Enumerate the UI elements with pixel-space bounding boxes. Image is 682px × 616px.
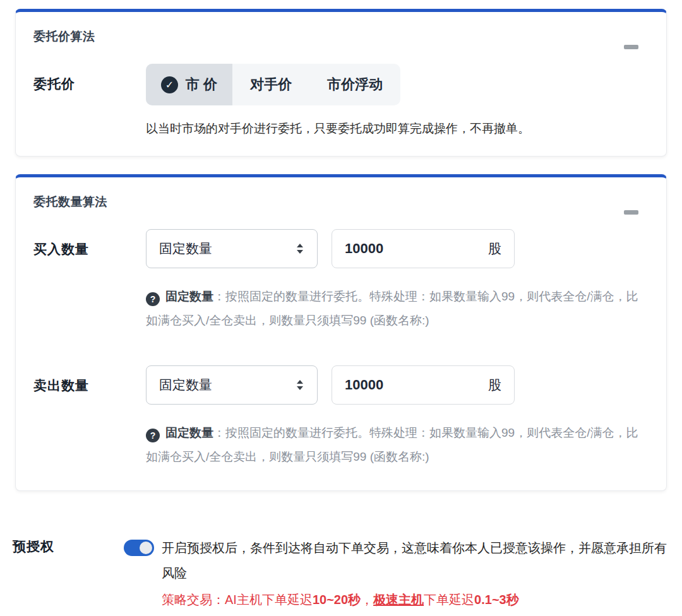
tab-label: 对手价 bbox=[250, 75, 292, 94]
check-circle-icon: ✓ bbox=[161, 76, 178, 93]
help-body: ：按照固定的数量进行委托。特殊处理：如果数量输入99，则代表全仓/满仓，比如满仓… bbox=[146, 426, 638, 463]
note-lead: 策略交易：AI主机下单延迟 bbox=[162, 593, 313, 607]
updown-arrows-icon bbox=[296, 243, 304, 254]
sell-quantity-controls: 固定数量 10000 股 ?固定数量：按照固定的数量进行委托。特殊处理：如果数量… bbox=[146, 365, 640, 469]
note-tail: 下单延迟 bbox=[424, 593, 474, 607]
help-body: ：按照固定的数量进行委托。特殊处理：如果数量输入99，则代表全仓/满仓，比如满仓… bbox=[146, 290, 638, 327]
order-quantity-algorithm-card: 委托数量算法 买入数量 固定数量 10000 股 ?固定数量：按照固定的数量进行… bbox=[15, 174, 667, 491]
collapse-minus-icon[interactable] bbox=[624, 45, 638, 49]
unit-label: 股 bbox=[488, 376, 501, 394]
select-value: 固定数量 bbox=[159, 376, 212, 394]
input-value: 10000 bbox=[345, 377, 383, 393]
preauthorization-section: 预授权 开启预授权后，条件到达将自动下单交易，这意味着你本人已授意该操作，并愿意… bbox=[13, 535, 667, 608]
unit-label: 股 bbox=[488, 240, 501, 258]
order-price-algorithm-card: 委托价算法 委托价 ✓ 市 价 对手价 市价浮动 以当时市场的对手价进行委托，只… bbox=[15, 9, 667, 157]
sell-algorithm-select[interactable]: 固定数量 bbox=[146, 365, 318, 405]
buy-quantity-controls: 固定数量 10000 股 ?固定数量：按照固定的数量进行委托。特殊处理：如果数量… bbox=[146, 229, 640, 333]
tab-label: 市 价 bbox=[186, 75, 217, 94]
card-title: 委托数量算法 bbox=[33, 194, 649, 210]
question-circle-icon: ? bbox=[146, 292, 160, 306]
sell-quantity-label: 卖出数量 bbox=[33, 365, 146, 469]
buy-quantity-input[interactable]: 10000 股 bbox=[332, 229, 515, 268]
question-circle-icon: ? bbox=[146, 429, 160, 442]
buy-quantity-row: 买入数量 固定数量 10000 股 ?固定数量：按照固定的数量进行委托。特殊处理… bbox=[33, 229, 649, 333]
card-title: 委托价算法 bbox=[33, 28, 649, 45]
note-fast-delay: 0.1~3秒 bbox=[474, 593, 519, 607]
preauthorization-description: 开启预授权后，条件到达将自动下单交易，这意味着你本人已授意该操作，并愿意承担所有… bbox=[162, 535, 667, 586]
tab-market-price[interactable]: ✓ 市 价 bbox=[146, 64, 232, 105]
updown-arrows-icon bbox=[296, 379, 304, 391]
buy-quantity-label: 买入数量 bbox=[33, 229, 146, 333]
tab-label: 市价浮动 bbox=[327, 75, 383, 94]
preauthorization-body: 开启预授权后，条件到达将自动下单交易，这意味着你本人已授意该操作，并愿意承担所有… bbox=[162, 535, 667, 608]
input-value: 10000 bbox=[345, 240, 383, 257]
buy-help-text: ?固定数量：按照固定的数量进行委托。特殊处理：如果数量输入99，则代表全仓/满仓… bbox=[146, 285, 640, 333]
collapse-minus-icon[interactable] bbox=[624, 210, 638, 215]
price-type-tab-group: ✓ 市 价 对手价 市价浮动 bbox=[146, 64, 400, 105]
preauthorization-label: 预授权 bbox=[13, 535, 124, 555]
sell-help-text: ?固定数量：按照固定的数量进行委托。特殊处理：如果数量输入99，则代表全仓/满仓… bbox=[146, 421, 640, 469]
sell-quantity-row: 卖出数量 固定数量 10000 股 ?固定数量：按照固定的数量进行委托。特殊处理… bbox=[33, 365, 649, 469]
tab-market-price-float[interactable]: 市价浮动 bbox=[309, 64, 400, 105]
tab-counterparty-price[interactable]: 对手价 bbox=[232, 64, 309, 105]
note-separator: ， bbox=[361, 593, 373, 607]
buy-algorithm-select[interactable]: 固定数量 bbox=[146, 229, 318, 268]
preauthorization-toggle[interactable] bbox=[124, 540, 154, 556]
toggle-knob bbox=[140, 542, 152, 554]
help-term: 固定数量 bbox=[165, 290, 213, 303]
sell-quantity-input[interactable]: 10000 股 bbox=[332, 365, 515, 405]
order-price-label: 委托价 bbox=[33, 64, 146, 105]
order-price-row: 委托价 ✓ 市 价 对手价 市价浮动 bbox=[33, 64, 649, 105]
select-value: 固定数量 bbox=[159, 240, 212, 258]
note-fast-host: 极速主机 bbox=[373, 593, 424, 607]
price-description: 以当时市场的对手价进行委托，只要委托成功即算完成操作，不再撤单。 bbox=[146, 121, 649, 137]
strategy-delay-note: 策略交易：AI主机下单延迟10~20秒，极速主机下单延迟0.1~3秒 bbox=[162, 591, 667, 608]
note-ai-delay: 10~20秒 bbox=[313, 593, 361, 607]
help-term: 固定数量 bbox=[165, 426, 213, 439]
